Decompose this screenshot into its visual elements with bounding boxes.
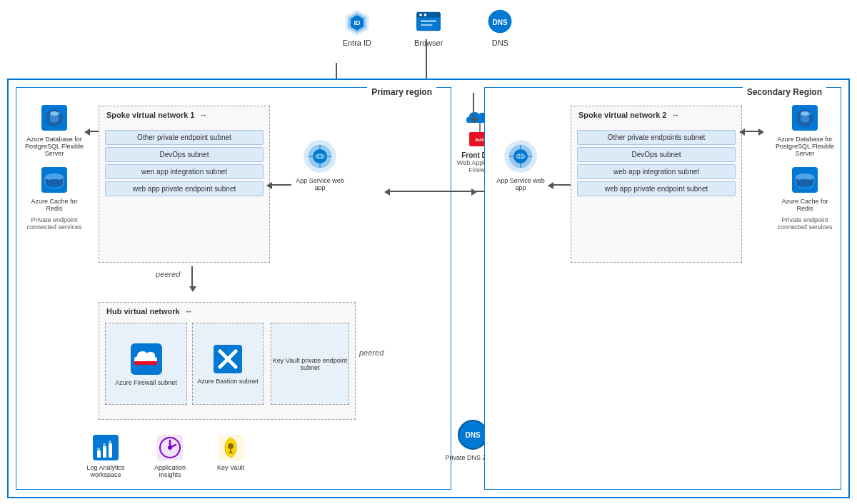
svg-text:DNS: DNS [493, 19, 508, 26]
dns-label: DNS [492, 39, 508, 47]
secondary-region: Secondary Region App Service web app [484, 87, 841, 490]
svg-rect-25 [134, 361, 157, 365]
svg-point-55 [801, 111, 809, 116]
log-analytics-label: Log Analytics workspace [81, 464, 131, 478]
svg-rect-30 [103, 446, 106, 458]
browser-icon [414, 7, 443, 36]
app-insights-icon [156, 433, 184, 462]
svg-point-6 [419, 14, 422, 16]
app-service-primary-group: App Service web app [291, 138, 349, 191]
app-service-primary-label: App Service web app [291, 177, 349, 191]
spoke-vnet-1-arrows: ↔ [200, 111, 208, 119]
svg-rect-29 [97, 450, 101, 458]
spoke-vnet-1-label: Spoke virtual network 1 ↔ [106, 111, 208, 119]
primary-region: Primary region Azure Database for Postgr… [16, 87, 451, 490]
azure-firewall-subnet-label: Azure Firewall subnet [115, 379, 177, 386]
peered-label-1: peered [156, 270, 180, 278]
subnet-devops-secondary: DevOps subnet [577, 147, 736, 162]
postgresql-icon-group-primary: Azure Database for PostgreSQL Flexible S… [22, 102, 86, 157]
hub-vnet: Hub virtual network ↔ Azure Firewall sub… [99, 302, 356, 420]
secondary-private-endpoint-services: Azure Database for PostgreSQL Flexible S… [773, 102, 837, 231]
subnet-webapp-integration-secondary: web app integration subnet [577, 164, 736, 179]
dns-icon: DNS [486, 7, 514, 36]
spoke-vnet-2-label: Spoke virtual network 2 ↔ [578, 111, 680, 119]
app-service-secondary-label: App Service web app [492, 177, 549, 191]
svg-point-32 [97, 448, 100, 450]
peered2-connector [356, 352, 357, 353]
arrow-browser-frontdoor [473, 93, 474, 120]
browser-icon-group: Browser [414, 7, 443, 47]
azure-bastion-subnet-label: Azure Bastion subnet [197, 378, 259, 385]
bottom-icons-primary: Log Analytics workspace Application Insi… [81, 433, 252, 478]
spoke-vnet-2: Spoke virtual network 2 ↔ Other private … [571, 106, 742, 263]
arrow-frontdoor-to-primary [387, 191, 473, 192]
subnet-other-private-primary: Other private endpoint subnet [105, 130, 264, 145]
svg-point-59 [796, 179, 814, 186]
subnet-other-private-secondary: Other private endpoints subnet [577, 130, 736, 145]
postgresql-icon-primary [39, 102, 70, 133]
redis-icon-group-primary: Azure Cache for Redis [22, 164, 86, 212]
app-insights-label: Application Insights [145, 464, 195, 478]
secondary-endpoint-services-label: Private endpoint connected services [773, 216, 837, 231]
postgresql-icon-secondary [789, 102, 821, 133]
arrowhead-browser-frontdoor [471, 118, 478, 124]
top-icons-row: ID Entra ID Browser DNS DNS [0, 7, 857, 47]
app-service-primary-icon [301, 138, 339, 175]
hub-vnet-label: Hub virtual network ↔ [106, 307, 193, 316]
azure-firewall-subnet-box: Azure Firewall subnet [105, 323, 187, 405]
key-vault-subnet-label: Key Vault private endpoint subnet [271, 357, 349, 371]
postgresql-label-primary: Azure Database for PostgreSQL Flexible S… [22, 136, 86, 157]
spoke-vnet-2-subnets: Other private endpoints subnet DevOps su… [577, 128, 736, 198]
postgresql-icon-group-secondary: Azure Database for PostgreSQL Flexible S… [773, 102, 837, 157]
svg-point-7 [424, 14, 427, 16]
svg-point-14 [50, 111, 59, 116]
svg-text:ID: ID [354, 19, 361, 26]
redis-label-primary: Azure Cache for Redis [22, 198, 86, 212]
dns-icon-group: DNS DNS [486, 7, 514, 47]
main-border: Primary region Azure Database for Postgr… [7, 79, 850, 498]
svg-rect-41 [229, 452, 233, 453]
subnet-webapp-private-secondary: web app private endpoint subnet [577, 181, 736, 196]
svg-rect-31 [109, 443, 112, 458]
svg-point-37 [168, 445, 172, 450]
key-vault-label: Key Vault [217, 464, 244, 471]
subnet-webapp-private-primary: web app private endpoint subnet [105, 181, 264, 196]
primary-region-label: Primary region [367, 87, 436, 97]
key-vault-subnet-box: Key Vault private endpoint subnet [271, 323, 349, 405]
svg-point-33 [103, 443, 106, 446]
arrowhead-subnet-left [266, 182, 272, 189]
arrowhead-fd-primary-right [471, 188, 477, 196]
secondary-region-label: Secondary Region [743, 87, 826, 97]
svg-text:DNS: DNS [465, 431, 480, 439]
subnet-devops-primary: DevOps subnet [105, 147, 264, 162]
peered-arrow-v [191, 266, 193, 288]
key-vault-group: Key Vault [209, 433, 252, 471]
svg-point-34 [109, 440, 111, 443]
key-vault-icon [216, 433, 245, 462]
hub-vnet-arrows: ↔ [185, 307, 193, 316]
peered-label-2: peered [359, 348, 384, 357]
entra-id-label: Entra ID [343, 39, 371, 47]
primary-endpoint-services-label: Private endpoint connected services [22, 216, 86, 231]
log-analytics-icon [91, 433, 120, 462]
svg-point-18 [45, 179, 64, 186]
arrow-subnet-to-app [270, 184, 291, 186]
arrowhead-spoke2-left [739, 128, 745, 136]
diagram-wrapper: ID Entra ID Browser DNS DNS [0, 0, 857, 504]
spoke-vnet-1-subnets: Other private endpoint subnet DevOps sub… [105, 128, 264, 198]
app-service-secondary-group: App Service web app [492, 138, 549, 191]
svg-point-27 [225, 356, 231, 362]
svg-rect-9 [421, 24, 432, 26]
svg-point-39 [228, 443, 234, 449]
redis-icon-primary [39, 164, 70, 196]
svg-text:WAF: WAF [475, 138, 485, 142]
spoke-vnet-2-arrows: ↔ [672, 111, 680, 119]
spoke-vnet-1: Spoke virtual network 1 ↔ Other private … [99, 106, 270, 263]
azure-bastion-subnet-box: Azure Bastion subnet [192, 323, 264, 405]
redis-icon-secondary [789, 164, 821, 196]
app-service-secondary-icon [502, 138, 539, 175]
arrow-appservice2-to-spoke2 [551, 184, 572, 186]
svg-rect-8 [421, 20, 436, 22]
redis-icon-group-secondary: Azure Cache for Redis [773, 164, 837, 212]
entra-id-icon-group: ID Entra ID [343, 7, 371, 47]
